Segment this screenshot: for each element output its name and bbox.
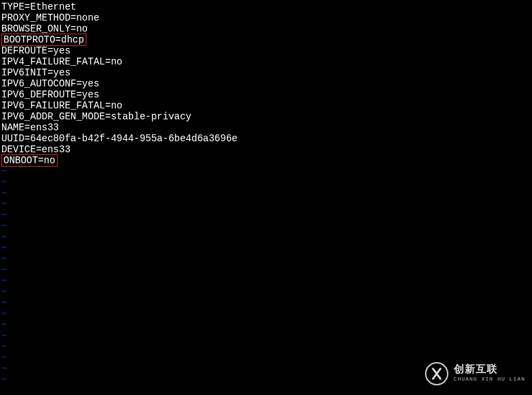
empty-line-tilde: ~ <box>1 210 531 221</box>
empty-line-tilde: ~ <box>1 374 531 385</box>
empty-line-tilde: ~ <box>1 352 531 363</box>
empty-line-tilde: ~ <box>1 221 531 232</box>
empty-line-tilde: ~ <box>1 298 531 309</box>
empty-line-tilde: ~ <box>1 342 531 352</box>
config-line: IPV4_FAILURE_FATAL=no <box>1 56 531 67</box>
config-line: UUID=64ec80fa-b42f-4944-955a-6be4d6a3696… <box>1 133 531 144</box>
empty-line-tilde: ~ <box>1 320 531 331</box>
empty-line-tilde: ~ <box>1 199 531 210</box>
config-line: IPV6_FAILURE_FATAL=no <box>1 100 531 111</box>
config-line: IPV6_AUTOCONF=yes <box>1 78 531 89</box>
empty-line-tilde: ~ <box>1 287 531 298</box>
empty-line-tilde: ~ <box>1 232 531 243</box>
config-line: TYPE=Ethernet <box>1 1 531 12</box>
empty-line-tilde: ~ <box>1 276 531 287</box>
highlighted-config: BOOTPROTO=dhcp <box>1 34 86 46</box>
highlighted-config: ONBOOT=no <box>1 154 58 167</box>
config-line: IPV6INIT=yes <box>1 67 531 78</box>
empty-line-tilde: ~ <box>1 265 531 276</box>
empty-line-tilde: ~ <box>1 363 531 374</box>
empty-line-tilde: ~ <box>1 254 531 265</box>
empty-line-tilde: ~ <box>1 188 531 199</box>
config-line: BROWSER_ONLY=no <box>1 23 531 34</box>
empty-line-tilde: ~ <box>1 243 531 254</box>
config-line: DEVICE=ens33 <box>1 144 531 155</box>
empty-line-tilde: ~ <box>1 331 531 342</box>
empty-line-tilde: ~ <box>1 309 531 320</box>
empty-line-tilde: ~ <box>1 166 531 177</box>
config-line: BOOTPROTO=dhcp <box>1 34 531 45</box>
config-line: NAME=ens33 <box>1 122 531 133</box>
empty-line-tilde: ~ <box>1 177 531 188</box>
terminal-editor[interactable]: TYPE=EthernetPROXY_METHOD=noneBROWSER_ON… <box>0 0 532 387</box>
config-line: IPV6_DEFROUTE=yes <box>1 89 531 100</box>
config-line: PROXY_METHOD=none <box>1 12 531 23</box>
config-line: ONBOOT=no <box>1 155 531 166</box>
config-line: DEFROUTE=yes <box>1 45 531 56</box>
config-line: IPV6_ADDR_GEN_MODE=stable-privacy <box>1 111 531 122</box>
